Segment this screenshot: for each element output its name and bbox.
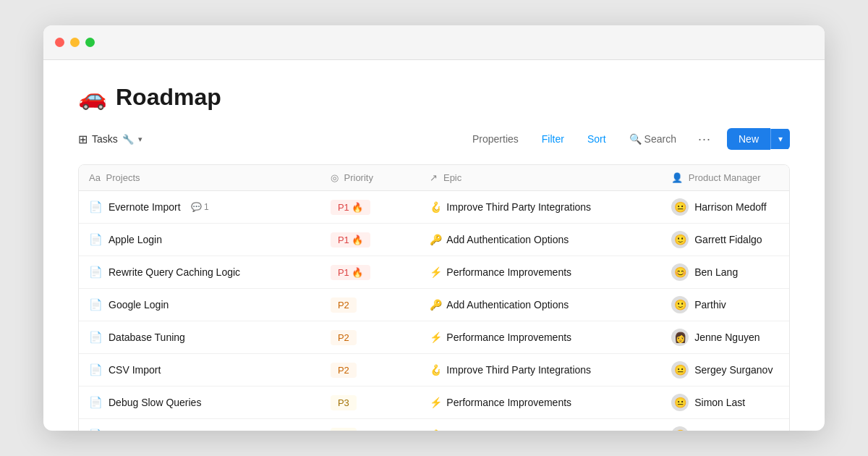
project-cell: 📄 Trello Import <box>79 419 320 431</box>
priority-cell: P3 <box>320 419 420 431</box>
table-row[interactable]: 📄 Google Login P2 🔑 Add Authentication O… <box>79 289 789 321</box>
project-name: CSV Import <box>109 364 161 376</box>
epic-name: Add Authentication Options <box>446 234 569 245</box>
pm-cell: 🙂 Garrett Fidalgo <box>661 224 789 256</box>
epic-icon: 🪝 <box>430 201 442 213</box>
epic-cell: 🪝 Improve Third Party Integrations <box>420 191 661 224</box>
pm-name: Jenne Nguyen <box>694 332 760 343</box>
pm-cell: 😐 Simon Last <box>661 387 789 419</box>
epic-cell: 🔑 Add Authentication Options <box>420 289 661 321</box>
col-header-pm-label: Product Manager <box>689 172 761 183</box>
pm-cell: 🙂 Parthiv <box>661 289 789 321</box>
col-header-projects: Aa Projects <box>79 165 320 191</box>
titlebar <box>43 25 825 60</box>
toolbar-right: Properties Filter Sort 🔍 Search ··· New … <box>467 128 790 150</box>
document-icon: 📄 <box>89 200 103 214</box>
data-table: Aa Projects ◎ Priority ↗ Epic 👤 <box>79 165 789 431</box>
pm-cell: 👩 Jenne Nguyen <box>661 321 789 354</box>
new-button-group: New ▾ <box>727 128 790 150</box>
project-name: Trello Import <box>109 429 165 431</box>
filter-button[interactable]: Filter <box>536 130 570 148</box>
minimize-button[interactable] <box>70 38 80 47</box>
table-row[interactable]: 📄 Debug Slow Queries P3 ⚡ Performance Im… <box>79 387 789 419</box>
document-icon: 📄 <box>89 428 103 431</box>
pm-cell: 😊 Ben Lang <box>661 256 789 289</box>
epic-icon: 🔑 <box>430 234 442 245</box>
tasks-view-button[interactable]: ⊞ Tasks 🔧 ▾ <box>78 132 142 146</box>
project-name: Evernote Import <box>109 201 181 213</box>
priority-badge: P3 <box>331 428 357 431</box>
document-icon: 📄 <box>89 233 103 246</box>
table-row[interactable]: 📄 CSV Import P2 🪝 Improve Third Party In… <box>79 354 789 387</box>
epic-cell: 🪝 Improve Third Party Integrations <box>420 354 661 387</box>
project-name: Google Login <box>109 299 169 311</box>
priority-badge: P2 <box>331 297 357 313</box>
priority-badge: P1 🔥 <box>331 265 371 280</box>
avatar: 😐 <box>671 426 689 431</box>
priority-badge: P3 <box>331 395 357 410</box>
project-cell: 📄 Google Login <box>79 289 320 321</box>
new-button-caret[interactable]: ▾ <box>770 129 790 149</box>
table-row[interactable]: 📄 Trello Import P3 🪝 Improve Third Party… <box>79 419 789 431</box>
project-cell: 📄 Debug Slow Queries <box>79 387 320 419</box>
table-row[interactable]: 📄 Evernote Import 💬 1 P1 🔥 🪝 Improve Thi… <box>79 191 789 224</box>
settings-icon: 🔧 <box>122 134 134 145</box>
priority-badge: P1 🔥 <box>331 200 371 215</box>
epic-col-icon: ↗ <box>430 172 438 183</box>
project-name: Apple Login <box>109 234 162 245</box>
page-title: 🚗 Roadmap <box>78 83 790 111</box>
table-row[interactable]: 📄 Database Tuning P2 ⚡ Performance Impro… <box>79 321 789 354</box>
table-body: 📄 Evernote Import 💬 1 P1 🔥 🪝 Improve Thi… <box>79 191 789 431</box>
maximize-button[interactable] <box>85 38 95 47</box>
search-button[interactable]: 🔍 Search <box>624 130 682 148</box>
chevron-down-icon: ▾ <box>138 135 142 144</box>
tasks-label-text: Tasks <box>92 133 118 145</box>
avatar: 😐 <box>671 394 689 411</box>
toolbar: ⊞ Tasks 🔧 ▾ Properties Filter Sort 🔍 Sea… <box>78 128 790 150</box>
document-icon: 📄 <box>89 363 103 376</box>
epic-cell: 🪝 Improve Third Party Integrations <box>420 419 661 431</box>
document-icon: 📄 <box>89 331 103 344</box>
document-icon: 📄 <box>89 298 103 311</box>
epic-icon: ⚡ <box>430 397 442 408</box>
project-cell: 📄 Apple Login <box>79 224 320 256</box>
new-button[interactable]: New <box>727 128 770 150</box>
comment-badge: 💬 1 <box>191 202 209 212</box>
epic-cell: ⚡ Performance Improvements <box>420 321 661 354</box>
project-cell: 📄 Evernote Import 💬 1 <box>79 191 320 224</box>
main-content: 🚗 Roadmap ⊞ Tasks 🔧 ▾ Properties Filter … <box>43 60 825 431</box>
epic-name: Improve Third Party Integrations <box>446 364 591 376</box>
priority-cell: P2 <box>320 321 420 354</box>
project-name: Database Tuning <box>109 332 185 343</box>
col-header-pm: 👤 Product Manager <box>661 165 789 191</box>
avatar: 🙂 <box>671 231 689 248</box>
epic-cell: ⚡ Performance Improvements <box>420 387 661 419</box>
priority-cell: P1 🔥 <box>320 191 420 224</box>
col-header-priority: ◎ Priority <box>320 165 420 191</box>
close-button[interactable] <box>55 38 64 47</box>
avatar: 👩 <box>671 329 689 346</box>
search-icon: 🔍 <box>629 133 642 145</box>
page-emoji: 🚗 <box>78 83 107 111</box>
document-icon: 📄 <box>89 396 103 409</box>
avatar: 😐 <box>671 198 689 216</box>
pm-col-icon: 👤 <box>671 172 683 183</box>
data-table-container: Aa Projects ◎ Priority ↗ Epic 👤 <box>78 164 790 431</box>
epic-icon: ⚡ <box>430 332 442 343</box>
properties-button[interactable]: Properties <box>467 130 524 148</box>
pm-name: Sergey Surganov <box>694 364 773 376</box>
priority-badge: P1 🔥 <box>331 232 371 248</box>
project-name: Rewrite Query Caching Logic <box>109 266 240 278</box>
project-cell: 📄 CSV Import <box>79 354 320 387</box>
pm-name: Simon Last <box>694 397 745 408</box>
priority-cell: P2 <box>320 354 420 387</box>
table-row[interactable]: 📄 Apple Login P1 🔥 🔑 Add Authentication … <box>79 224 789 256</box>
toolbar-left: ⊞ Tasks 🔧 ▾ <box>78 132 142 146</box>
table-row[interactable]: 📄 Rewrite Query Caching Logic P1 🔥 ⚡ Per… <box>79 256 789 289</box>
sort-button[interactable]: Sort <box>582 130 612 148</box>
epic-cell: ⚡ Performance Improvements <box>420 256 661 289</box>
more-options-button[interactable]: ··· <box>694 129 715 150</box>
col-header-epic-label: Epic <box>443 172 461 183</box>
epic-icon: 🪝 <box>430 364 442 376</box>
pm-cell: 😐 Sergey Surganov <box>661 354 789 387</box>
